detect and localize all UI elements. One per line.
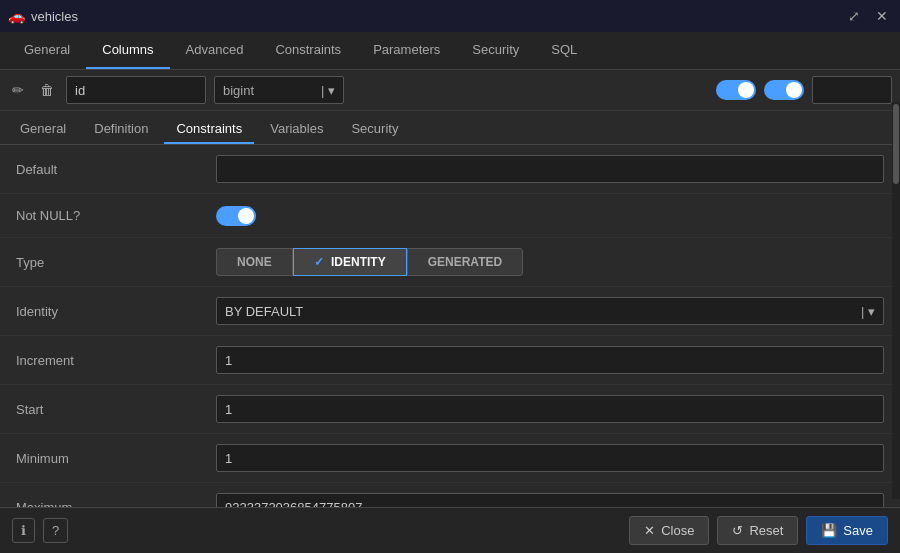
identity-row: Identity BY DEFAULT | ▾ <box>0 287 900 336</box>
inner-tab-bar: General Definition Constraints Variables… <box>0 111 900 145</box>
tab-general[interactable]: General <box>8 32 86 69</box>
not-null-label: Not NULL? <box>16 208 216 223</box>
identity-dropdown[interactable]: BY DEFAULT | ▾ <box>216 297 884 325</box>
start-control <box>216 395 884 423</box>
identity-label: Identity <box>16 304 216 319</box>
tab-advanced[interactable]: Advanced <box>170 32 260 69</box>
inner-tab-security[interactable]: Security <box>339 115 410 144</box>
toggle-not-null[interactable] <box>716 80 756 100</box>
delete-column-button[interactable]: 🗑 <box>36 80 58 100</box>
minimum-control <box>216 444 884 472</box>
expand-button[interactable]: ⤢ <box>844 6 864 26</box>
start-input[interactable] <box>216 395 884 423</box>
inner-tab-constraints[interactable]: Constraints <box>164 115 254 144</box>
bottom-bar: ℹ ? ✕ Close ↺ Reset 💾 Save <box>0 507 900 553</box>
type-none-button[interactable]: NONE <box>216 248 293 276</box>
start-row: Start <box>0 385 900 434</box>
inner-tab-definition[interactable]: Definition <box>82 115 160 144</box>
reset-button[interactable]: ↺ Reset <box>717 516 798 545</box>
type-identity-button[interactable]: ✓ IDENTITY <box>293 248 407 276</box>
close-button[interactable]: ✕ Close <box>629 516 709 545</box>
main-container: ✏ 🗑 bigint | ▾ General Definition Constr… <box>0 70 900 551</box>
column-row: ✏ 🗑 bigint | ▾ <box>0 70 900 111</box>
close-label: Close <box>661 523 694 538</box>
save-label: Save <box>843 523 873 538</box>
minimum-input[interactable] <box>216 444 884 472</box>
toggle-primary-key[interactable] <box>764 80 804 100</box>
type-label: Type <box>16 255 216 270</box>
tab-sql[interactable]: SQL <box>535 32 593 69</box>
tab-constraints[interactable]: Constraints <box>259 32 357 69</box>
minimum-row: Minimum <box>0 434 900 483</box>
column-type-select[interactable]: bigint | ▾ <box>214 76 344 104</box>
column-name-input[interactable] <box>66 76 206 104</box>
start-label: Start <box>16 402 216 417</box>
inner-tab-general[interactable]: General <box>8 115 78 144</box>
type-row: Type NONE ✓ IDENTITY GENERATED <box>0 238 900 287</box>
default-label: Default <box>16 162 216 177</box>
increment-label: Increment <box>16 353 216 368</box>
not-null-toggle[interactable] <box>216 206 256 226</box>
increment-input[interactable] <box>216 346 884 374</box>
scrollbar-thumb[interactable] <box>893 104 899 184</box>
type-button-group: NONE ✓ IDENTITY GENERATED <box>216 248 884 276</box>
reset-icon: ↺ <box>732 523 743 538</box>
not-null-row: Not NULL? <box>0 194 900 238</box>
type-control: NONE ✓ IDENTITY GENERATED <box>216 248 884 276</box>
default-row: Default <box>0 145 900 194</box>
info-button[interactable]: ℹ <box>12 518 35 543</box>
inner-tab-variables[interactable]: Variables <box>258 115 335 144</box>
minimum-label: Minimum <box>16 451 216 466</box>
title-bar: 🚗 vehicles ⤢ ✕ <box>0 0 900 32</box>
reset-label: Reset <box>749 523 783 538</box>
close-icon: ✕ <box>644 523 655 538</box>
tab-parameters[interactable]: Parameters <box>357 32 456 69</box>
close-window-button[interactable]: ✕ <box>872 6 892 26</box>
not-null-control <box>216 206 884 226</box>
window-title: vehicles <box>31 9 838 24</box>
scrollbar[interactable] <box>892 102 900 499</box>
default-control <box>216 155 884 183</box>
window-controls: ⤢ ✕ <box>844 6 892 26</box>
tab-columns[interactable]: Columns <box>86 32 169 69</box>
tab-security[interactable]: Security <box>456 32 535 69</box>
default-input[interactable] <box>216 155 884 183</box>
increment-row: Increment <box>0 336 900 385</box>
form-content: Default Not NULL? Type NONE ✓ IDENTITY G… <box>0 145 900 532</box>
increment-control <box>216 346 884 374</box>
app-icon: 🚗 <box>8 8 25 24</box>
top-tab-bar: General Columns Advanced Constraints Par… <box>0 32 900 70</box>
identity-control: BY DEFAULT | ▾ <box>216 297 884 325</box>
save-button[interactable]: 💾 Save <box>806 516 888 545</box>
save-icon: 💾 <box>821 523 837 538</box>
identity-value: BY DEFAULT <box>225 304 303 319</box>
column-extra-input[interactable] <box>812 76 892 104</box>
help-button[interactable]: ? <box>43 518 68 543</box>
edit-column-button[interactable]: ✏ <box>8 80 28 100</box>
type-generated-button[interactable]: GENERATED <box>407 248 523 276</box>
